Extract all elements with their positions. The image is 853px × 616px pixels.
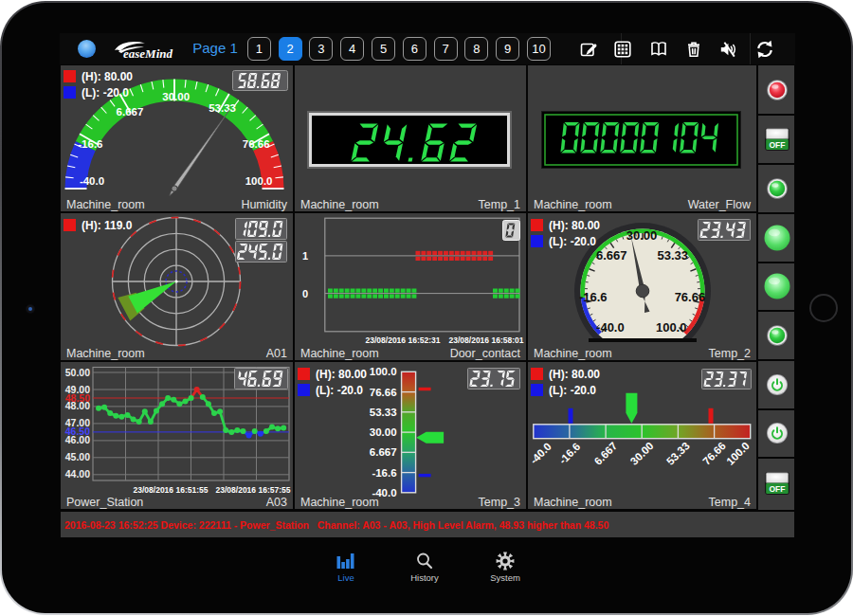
svg-text:6.667: 6.667 [370, 446, 397, 458]
svg-text:53.33: 53.33 [370, 407, 397, 418]
svg-text:100.0: 100.0 [656, 320, 687, 335]
svg-text:23/08/2016 16:52:31: 23/08/2016 16:52:31 [366, 335, 441, 345]
svg-text:23/08/2016 16:58:01: 23/08/2016 16:58:01 [449, 335, 524, 345]
svg-text:100.0: 100.0 [370, 366, 397, 377]
svg-text:50.00: 50.00 [65, 367, 90, 378]
svg-text:100.0: 100.0 [245, 175, 273, 187]
svg-text:-16.6: -16.6 [556, 441, 582, 466]
svg-text:30.00: 30.00 [626, 228, 658, 243]
svg-text:30.00: 30.00 [162, 91, 190, 102]
svg-text:76.66: 76.66 [370, 387, 397, 398]
svg-text:6.667: 6.667 [592, 440, 620, 467]
svg-text:53.33: 53.33 [658, 248, 689, 263]
svg-text:-16.6: -16.6 [579, 290, 608, 304]
svg-text:1: 1 [302, 250, 308, 262]
svg-text:45.00: 45.00 [65, 451, 90, 462]
svg-text:6.667: 6.667 [117, 106, 144, 118]
svg-text:53.33: 53.33 [209, 102, 236, 114]
svg-text:23/08/2016 16:51:55: 23/08/2016 16:51:55 [134, 485, 209, 495]
svg-text:OFF: OFF [770, 484, 786, 494]
svg-text:44.00: 44.00 [65, 468, 90, 480]
svg-text:OFF: OFF [770, 139, 786, 149]
svg-text:30.00: 30.00 [370, 426, 397, 438]
svg-text:53.33: 53.33 [664, 440, 692, 467]
svg-text:100.0: 100.0 [724, 440, 752, 467]
svg-text:0: 0 [302, 288, 308, 299]
svg-text:76.66: 76.66 [700, 440, 728, 467]
svg-text:-40.0: -40.0 [528, 441, 554, 466]
svg-text:-16.6: -16.6 [372, 467, 396, 479]
svg-text:23/08/2016 16:57:55: 23/08/2016 16:57:55 [216, 485, 291, 495]
svg-text:76.66: 76.66 [675, 290, 706, 304]
svg-text:-40.0: -40.0 [80, 175, 104, 187]
svg-text:30.00: 30.00 [628, 440, 656, 467]
svg-text:76.66: 76.66 [243, 138, 270, 150]
svg-text:-16.6: -16.6 [78, 138, 102, 150]
svg-text:6.667: 6.667 [596, 248, 627, 263]
svg-text:-40.0: -40.0 [596, 320, 625, 335]
svg-text:46.00: 46.00 [65, 434, 90, 445]
svg-text:easeMind: easeMind [123, 46, 173, 61]
svg-text:48.00: 48.00 [65, 400, 90, 411]
